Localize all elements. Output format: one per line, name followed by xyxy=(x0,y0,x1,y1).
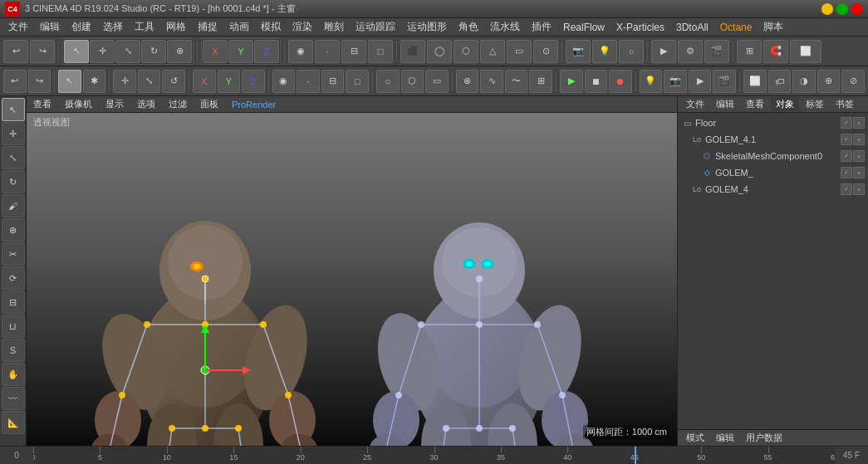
toolbar2-material[interactable]: ⬜ xyxy=(743,70,767,93)
timeline-ruler[interactable]: 051015202530354045505560 xyxy=(33,447,835,464)
redo-button[interactable]: ↪ xyxy=(30,40,55,63)
viewport-options[interactable]: ⬜ xyxy=(790,40,821,63)
menu-render[interactable]: 渲染 xyxy=(287,18,317,36)
golem-vis-btn[interactable]: ✓ xyxy=(841,167,852,178)
floor-vis-btn[interactable]: ✓ xyxy=(841,117,852,129)
left-tool-select[interactable]: ↖ xyxy=(2,98,25,121)
toolbar2-constraint[interactable]: ⊗ xyxy=(456,70,479,93)
rotate-tool-button[interactable]: ↻ xyxy=(141,40,166,63)
toolbar2-camera[interactable]: 📷 xyxy=(664,70,687,93)
bottom-tab-edit[interactable]: 编辑 xyxy=(711,431,739,445)
maximize-button[interactable] xyxy=(836,3,848,15)
golem41-lock-btn[interactable]: × xyxy=(853,134,865,145)
menu-snapping[interactable]: 捕捉 xyxy=(193,18,223,36)
left-tool-rotate[interactable]: ↻ xyxy=(2,170,25,193)
cube-button[interactable]: ⬛ xyxy=(400,40,425,63)
scale-tool-button[interactable]: ⤡ xyxy=(115,40,140,63)
toolbar2-shading[interactable]: ◑ xyxy=(792,70,816,93)
toolbar2-btn-2[interactable]: ↪ xyxy=(28,70,51,93)
toolbar2-poly[interactable]: □ xyxy=(346,70,369,93)
toolbar2-gen[interactable]: ⊞ xyxy=(529,70,552,93)
right-tab-file[interactable]: 文件 xyxy=(681,97,709,111)
toolbar2-more2[interactable]: ⊘ xyxy=(841,70,865,93)
menu-octane[interactable]: Octane xyxy=(715,20,758,35)
torus-button[interactable]: ⊙ xyxy=(533,40,558,63)
toolbar2-lamp[interactable]: 💡 xyxy=(640,70,663,93)
vp-menu-camera[interactable]: 摄像机 xyxy=(61,97,96,111)
toolbar2-more1[interactable]: ⊕ xyxy=(817,70,841,93)
left-tool-measure[interactable]: 📐 xyxy=(2,411,25,434)
select-tool-button[interactable]: ↖ xyxy=(64,40,89,63)
axis-y-button[interactable]: Y xyxy=(228,40,253,63)
toolbar2-floor[interactable]: ▭ xyxy=(425,70,449,93)
toolbar2-edges[interactable]: ⊟ xyxy=(321,70,345,93)
left-tool-move[interactable]: ✛ xyxy=(2,122,25,145)
polygon-mode-button[interactable]: □ xyxy=(368,40,393,63)
obj-mode-button[interactable]: ◉ xyxy=(288,40,313,63)
window-controls[interactable] xyxy=(821,3,863,15)
toolbar2-x[interactable]: X xyxy=(193,70,216,93)
right-tab-bookmarks[interactable]: 书签 xyxy=(831,97,859,111)
null-button[interactable]: ○ xyxy=(619,40,644,63)
toolbar2-z[interactable]: Z xyxy=(242,70,265,93)
menu-sculpt[interactable]: 雕刻 xyxy=(319,18,349,36)
toolbar2-null[interactable]: ○ xyxy=(376,70,400,93)
toolbar2-scale[interactable]: ⤡ xyxy=(138,70,161,93)
close-button[interactable] xyxy=(851,3,863,15)
toolbar2-render[interactable]: ▶ xyxy=(689,70,712,93)
toolbar2-tag[interactable]: 🏷 xyxy=(768,70,792,93)
left-tool-scale[interactable]: ⤡ xyxy=(2,146,25,169)
axis-x-button[interactable]: X xyxy=(203,40,228,63)
toolbar2-y[interactable]: Y xyxy=(218,70,241,93)
minimize-button[interactable] xyxy=(821,3,833,15)
skeletal-vis-btn[interactable]: ✓ xyxy=(841,150,852,162)
toolbar2-deform[interactable]: ∿ xyxy=(480,70,503,93)
menu-plugins[interactable]: 插件 xyxy=(527,18,557,36)
left-tool-s[interactable]: S xyxy=(2,339,25,362)
snapping-button[interactable]: 🧲 xyxy=(763,40,788,63)
skeletal-lock-btn[interactable]: × xyxy=(853,150,865,162)
menu-animation[interactable]: 动画 xyxy=(224,18,254,36)
vp-prorender[interactable]: ProRender xyxy=(228,99,279,110)
left-tool-loop[interactable]: ⟳ xyxy=(2,266,25,290)
render-settings-button[interactable]: ⚙ xyxy=(678,40,703,63)
vp-menu-filter[interactable]: 过滤 xyxy=(165,97,190,111)
left-tool-paint[interactable]: 🖌 xyxy=(2,194,25,217)
toolbar2-record[interactable]: ⏺ xyxy=(609,70,632,93)
menu-realflow[interactable]: RealFlow xyxy=(558,20,610,35)
vp-menu-display[interactable]: 显示 xyxy=(102,97,127,111)
golem41-vis-btn[interactable]: ✓ xyxy=(841,134,852,145)
undo-button[interactable]: ↩ xyxy=(3,40,28,63)
menu-file[interactable]: 文件 xyxy=(3,18,33,36)
toolbar2-spline[interactable]: 〜 xyxy=(505,70,528,93)
floor-lock-btn[interactable]: × xyxy=(853,117,865,129)
golem4-lock-btn[interactable]: × xyxy=(853,183,865,195)
right-tab-tags[interactable]: 标签 xyxy=(801,97,829,111)
edges-mode-button[interactable]: ⊟ xyxy=(341,40,366,63)
object-item-golem41[interactable]: Lo GOLEM_4.1 ✓ × xyxy=(678,131,868,148)
vp-menu-view[interactable]: 查看 xyxy=(30,97,55,111)
golem-lock-btn[interactable]: × xyxy=(853,167,865,178)
toolbar2-rotate[interactable]: ↺ xyxy=(162,70,185,93)
menu-edit[interactable]: 编辑 xyxy=(35,18,65,36)
menu-mesh[interactable]: 网格 xyxy=(161,18,191,36)
menu-xparticles[interactable]: X-Particles xyxy=(611,20,669,35)
object-item-skeletal[interactable]: ⬡ SkeletalMeshComponent0 ✓ × xyxy=(678,148,868,164)
axis-z-button[interactable]: Z xyxy=(254,40,279,63)
cylinder-button[interactable]: ⬡ xyxy=(454,40,478,63)
menu-simulate[interactable]: 模拟 xyxy=(256,18,286,36)
object-item-golem[interactable]: ◇ GOLEM_ ✓ × xyxy=(678,164,868,181)
menu-select[interactable]: 选择 xyxy=(98,18,128,36)
menu-mograph[interactable]: 运动图形 xyxy=(402,18,452,36)
toolbar2-play[interactable]: ▶ xyxy=(560,70,583,93)
menu-3dtoall[interactable]: 3DtoAll xyxy=(671,20,714,35)
move-tool-button[interactable]: ✛ xyxy=(90,40,115,63)
menu-create[interactable]: 创建 xyxy=(66,18,96,36)
left-tool-sculpt-smooth[interactable]: 〰 xyxy=(2,387,25,410)
bottom-tab-mode[interactable]: 模式 xyxy=(681,431,709,445)
toolbar2-move[interactable]: ✛ xyxy=(113,70,136,93)
vp-menu-options[interactable]: 选项 xyxy=(134,97,159,111)
left-tool-sculpt-grab[interactable]: ✋ xyxy=(2,363,25,386)
toolbar2-select[interactable]: ↖ xyxy=(58,70,81,93)
toolbar2-pts[interactable]: · xyxy=(297,70,320,93)
